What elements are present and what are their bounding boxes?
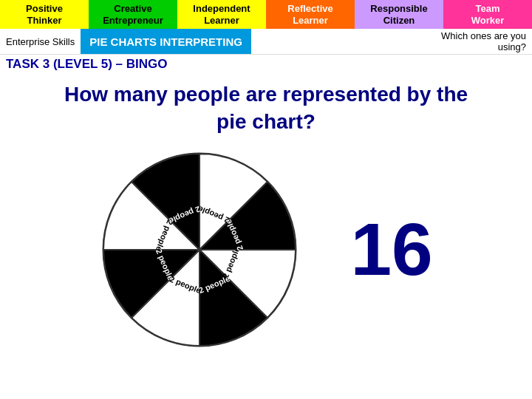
header-tabs: PositiveThinker CreativeEntrepreneur Ind…	[0, 0, 532, 29]
main-content: 2 people 2 people 2 people 2 people 2 pe…	[0, 139, 532, 361]
question-line2: pie chart?	[216, 110, 316, 133]
which-using-label: Which ones are you using?	[251, 29, 532, 54]
tab-creative-entrepreneur[interactable]: CreativeEntrepreneur	[89, 0, 177, 29]
task-bar: TASK 3 (LEVEL 5) – BINGO	[0, 55, 532, 74]
tab-reflective-learner[interactable]: ReflectiveLearner	[266, 0, 355, 29]
tab-responsible-citizen[interactable]: ResponsibleCitizen	[355, 0, 443, 29]
tab-positive-thinker[interactable]: PositiveThinker	[0, 0, 89, 29]
answer-number: 16	[347, 207, 436, 292]
pie-chart-svg: 2 people 2 people 2 people 2 people 2 pe…	[96, 146, 303, 353]
question-line1: How many people are represented by the	[64, 83, 468, 106]
enterprise-label: Enterprise Skills	[0, 29, 81, 54]
pie-chart: 2 people 2 people 2 people 2 people 2 pe…	[96, 146, 303, 353]
task-label: TASK 3 (LEVEL 5) – BINGO	[6, 57, 168, 71]
tab-team-worker[interactable]: TeamWorker	[443, 0, 532, 29]
tab-independent-learner[interactable]: IndependentLearner	[177, 0, 266, 29]
question-area: How many people are represented by the p…	[0, 74, 532, 139]
pie-charts-title: PIE CHARTS INTERPRETING	[81, 29, 251, 54]
